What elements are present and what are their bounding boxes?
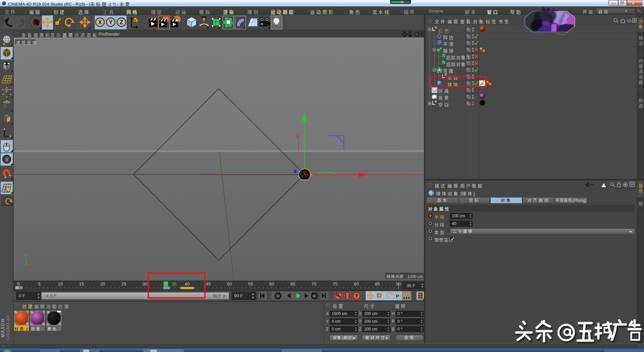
svg-text:55: 55 <box>248 281 253 287</box>
svg-text:75: 75 <box>333 281 337 287</box>
svg-text:Y: Y <box>109 19 113 25</box>
svg-text:50: 50 <box>227 281 232 287</box>
svg-text:70: 70 <box>312 281 316 287</box>
svg-text:65: 65 <box>290 281 295 287</box>
svg-text:S: S <box>5 157 8 162</box>
svg-text:30: 30 <box>143 281 147 287</box>
svg-text:?: ? <box>355 293 358 299</box>
svg-text:25: 25 <box>121 281 126 287</box>
svg-text:80: 80 <box>354 281 359 287</box>
svg-text:60: 60 <box>269 281 274 287</box>
svg-text:X: X <box>98 19 102 25</box>
svg-text:15: 15 <box>79 281 84 287</box>
svg-text:5: 5 <box>38 281 40 287</box>
svg-text:Y: Y <box>24 254 27 258</box>
svg-text:90: 90 <box>396 281 401 287</box>
svg-text:X: X <box>34 267 37 271</box>
svg-text:P: P <box>396 294 399 299</box>
svg-text:20: 20 <box>100 281 105 287</box>
svg-text:45: 45 <box>206 281 211 287</box>
svg-text:Z: Z <box>120 19 123 25</box>
svg-text:85: 85 <box>375 281 380 287</box>
svg-text:10: 10 <box>58 281 63 287</box>
svg-text:0: 0 <box>435 26 437 29</box>
svg-text:0: 0 <box>435 100 437 103</box>
svg-text:Z: Z <box>18 263 20 267</box>
svg-text:0: 0 <box>17 281 19 287</box>
